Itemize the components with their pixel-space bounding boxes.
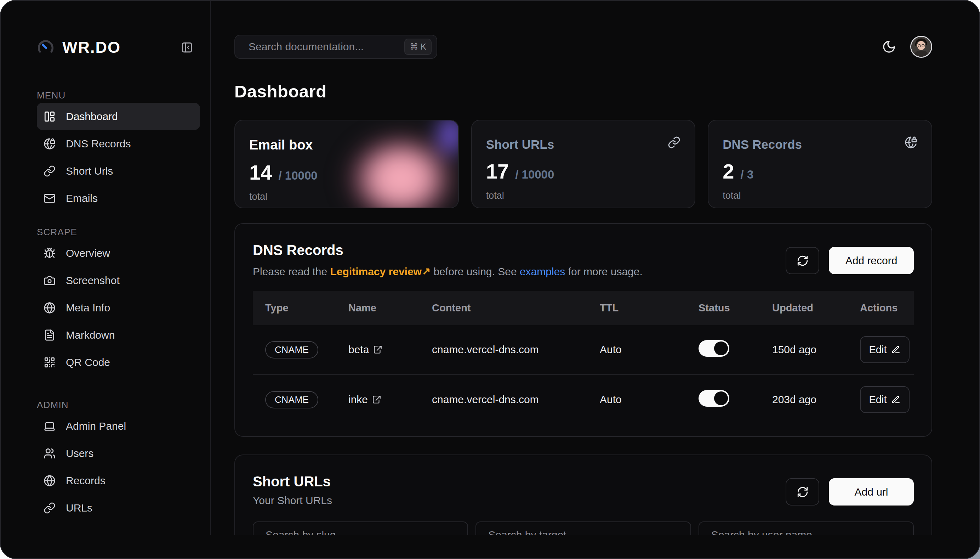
search-box: ⌘ K <box>234 35 437 59</box>
nav-menu: Dashboard DNS Records Short Urls Emails <box>37 103 200 212</box>
record-ttl: Auto <box>587 344 686 356</box>
stat-caption: total <box>486 190 681 201</box>
stat-value: 17 <box>486 159 509 183</box>
file-text-icon <box>43 329 56 341</box>
short-urls-actions: Add url <box>785 478 914 506</box>
app-window: WR.DO MENU Dashboard DNS Records Short U… <box>0 0 980 559</box>
search-by-slug-input[interactable] <box>253 521 468 535</box>
search-by-user-name-input[interactable] <box>698 521 914 535</box>
keyboard-shortcut-badge: ⌘ K <box>404 39 432 55</box>
sidebar-item-records[interactable]: Records <box>37 467 200 494</box>
stat-card-dns-records: DNS Records 2 / 3 total <box>708 120 932 208</box>
search-by-target-input[interactable] <box>475 521 691 535</box>
record-content: cname.vercel-dns.com <box>419 394 587 405</box>
short-urls-panel: Short URLs Your Short URLs Add url <box>234 455 932 535</box>
refresh-icon <box>797 255 808 267</box>
dns-panel-actions: Add record <box>785 247 914 274</box>
add-url-button[interactable]: Add url <box>829 478 914 506</box>
link-icon <box>43 165 56 177</box>
sidebar-item-admin-panel[interactable]: Admin Panel <box>37 412 200 440</box>
sidebar-item-emails[interactable]: Emails <box>37 185 200 212</box>
legitimacy-review-link[interactable]: Legitimacy review↗ <box>330 266 431 277</box>
avatar[interactable] <box>910 36 932 58</box>
table-header-row: Type Name Content TTL Status Updated Act… <box>253 291 914 325</box>
status-toggle[interactable] <box>698 390 729 407</box>
sidebar: WR.DO MENU Dashboard DNS Records Short U… <box>1 1 211 535</box>
external-link-icon[interactable] <box>372 395 381 404</box>
globe-icon <box>43 475 56 487</box>
dark-mode-toggle-moon-icon[interactable] <box>882 40 896 54</box>
laptop-icon <box>43 420 56 432</box>
sidebar-item-markdown[interactable]: Markdown <box>37 321 200 349</box>
sidebar-item-qr-code[interactable]: QR Code <box>37 349 200 376</box>
edit-button[interactable]: Edit <box>860 386 909 413</box>
sidebar-item-meta-info[interactable]: Meta Info <box>37 294 200 321</box>
globe-icon <box>43 302 56 314</box>
logo-row: WR.DO <box>37 36 200 59</box>
record-type-badge: CNAME <box>265 341 318 359</box>
sidebar-item-dashboard[interactable]: Dashboard <box>37 103 200 130</box>
pencil-icon <box>891 395 900 404</box>
stat-cards-row: Email box 14 / 10000 total Short URLs 17… <box>234 120 932 208</box>
wrdo-logo-icon <box>37 39 54 56</box>
nav-admin: Admin Panel Users Records URLs <box>37 412 200 521</box>
sidebar-collapse-button[interactable] <box>181 41 193 53</box>
external-link-icon[interactable] <box>373 345 383 354</box>
brand-name: WR.DO <box>62 38 121 57</box>
main-content: ⌘ K Dashbo <box>211 1 979 535</box>
dns-panel-description: Please read the Legitimacy review↗ befor… <box>253 265 643 278</box>
link-icon <box>43 502 56 514</box>
stat-limit: / 10000 <box>515 168 554 181</box>
refresh-button[interactable] <box>785 247 819 274</box>
topbar-right <box>882 36 932 58</box>
sidebar-item-short-urls[interactable]: Short Urls <box>37 157 200 185</box>
camera-icon <box>43 275 56 286</box>
stat-value: 2 <box>723 159 734 183</box>
stat-limit: / 3 <box>741 168 754 181</box>
stat-caption: total <box>723 190 917 201</box>
examples-link[interactable]: examples <box>520 266 565 277</box>
globe-lock-icon <box>43 138 56 150</box>
layout-panel-icon <box>43 111 56 122</box>
pencil-icon <box>891 345 900 354</box>
refresh-icon <box>797 486 808 498</box>
table-row: CNAME beta cname.vercel-dns.com Auto 150… <box>253 325 914 375</box>
nav-section-label-menu: MENU <box>37 90 200 100</box>
sidebar-item-dns-records[interactable]: DNS Records <box>37 130 200 157</box>
nav-section-label-scrape: SCRAPE <box>37 227 200 237</box>
record-ttl: Auto <box>587 394 686 405</box>
status-toggle[interactable] <box>698 340 729 357</box>
topbar: ⌘ K <box>234 35 932 59</box>
short-urls-header: Short URLs Your Short URLs Add url <box>235 455 932 506</box>
short-urls-filters <box>253 521 914 535</box>
page-title: Dashboard <box>234 81 932 101</box>
edit-button[interactable]: Edit <box>860 336 909 363</box>
record-name: inke <box>336 394 419 405</box>
sidebar-item-users[interactable]: Users <box>37 440 200 467</box>
record-updated: 203d ago <box>760 394 848 405</box>
record-updated: 150d ago <box>760 344 848 356</box>
qr-code-icon <box>43 356 56 369</box>
add-record-button[interactable]: Add record <box>829 247 914 274</box>
stat-card-email-box: Email box 14 / 10000 total <box>234 120 459 208</box>
dns-panel-title: DNS Records <box>253 242 643 258</box>
refresh-button[interactable] <box>785 478 819 506</box>
record-name: beta <box>336 344 419 356</box>
dns-records-table: Type Name Content TTL Status Updated Act… <box>253 291 914 424</box>
short-urls-title: Short URLs <box>253 474 332 490</box>
stat-card-short-urls: Short URLs 17 / 10000 total <box>471 120 696 208</box>
search-input[interactable] <box>249 41 404 53</box>
dns-panel-header: DNS Records Please read the Legitimacy r… <box>235 224 932 278</box>
short-urls-subtitle: Your Short URLs <box>253 495 332 506</box>
sidebar-item-urls[interactable]: URLs <box>37 494 200 521</box>
stat-caption: total <box>249 191 444 202</box>
sidebar-item-screenshot[interactable]: Screenshot <box>37 267 200 294</box>
sidebar-item-overview[interactable]: Overview <box>37 240 200 267</box>
record-content: cname.vercel-dns.com <box>419 344 587 356</box>
app-viewport: WR.DO MENU Dashboard DNS Records Short U… <box>1 1 979 535</box>
mail-icon <box>43 192 56 204</box>
table-row: CNAME inke cname.vercel-dns.com Auto 203… <box>253 375 914 424</box>
users-icon <box>43 447 56 460</box>
bug-icon <box>43 247 56 259</box>
record-type-badge: CNAME <box>265 391 318 408</box>
